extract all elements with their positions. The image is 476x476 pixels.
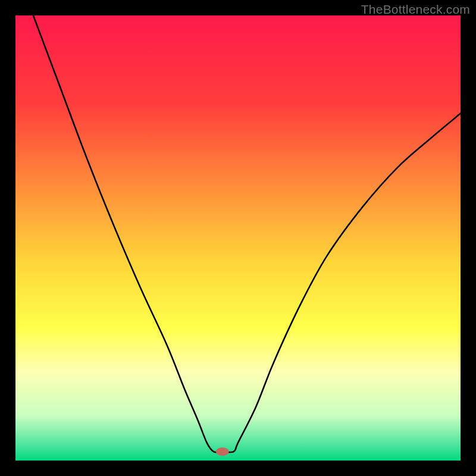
gradient-background — [15, 15, 461, 461]
sweet-spot-marker — [216, 447, 229, 456]
bottleneck-chart — [15, 15, 461, 461]
chart-frame: TheBottleneck.com — [0, 0, 476, 476]
watermark-text: TheBottleneck.com — [361, 2, 470, 17]
plot-area — [15, 15, 461, 461]
